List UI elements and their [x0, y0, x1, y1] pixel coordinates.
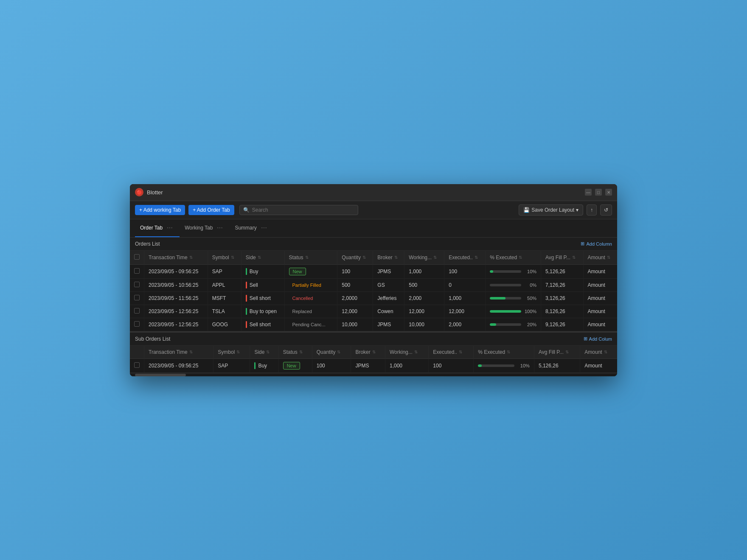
select-all-checkbox[interactable] [134, 254, 140, 260]
sub-col-header-broker[interactable]: Broker ⇅ [351, 346, 385, 359]
toolbar: + Add working Tab + Add Order Tab 🔍 💾 Sa… [130, 201, 617, 219]
tab-menu-order[interactable]: ⋯ [165, 224, 174, 232]
close-button[interactable]: ✕ [605, 189, 612, 196]
row-status: Replaced [284, 305, 337, 318]
col-header-symbol[interactable]: Symbol ⇅ [208, 251, 241, 265]
sub-sort-icon-qty: ⇅ [337, 350, 340, 354]
table-row[interactable]: 2023/09/05 - 12:56:25 TSLA Buy to open R… [130, 305, 617, 318]
row-quantity: 100 [337, 264, 373, 278]
sort-icon-broker: ⇅ [394, 255, 398, 260]
side-indicator-bar [246, 282, 247, 288]
table-row[interactable]: 2023/09/05 - 09:56:25 SAP Buy New 100 JP… [130, 358, 617, 372]
table-row[interactable]: 2023/09/05 - 10:56:25 APPL Sell Partiall… [130, 278, 617, 291]
progress-pct-label: 10% [524, 269, 536, 274]
scrollbar-area[interactable] [130, 373, 617, 376]
sub-col-header-transaction-time[interactable]: Transaction Time ⇅ [144, 346, 213, 359]
sub-col-header-side[interactable]: Side ⇅ [250, 346, 278, 359]
row-checkbox[interactable] [134, 308, 140, 314]
row-amount: Amount [583, 305, 617, 318]
row-status: Pending Canc... [284, 318, 337, 331]
sub-orders-list-title: Sub Orders List [135, 336, 170, 342]
col-header-side[interactable]: Side ⇅ [241, 251, 284, 265]
sort-icon-working: ⇅ [433, 255, 437, 260]
orders-list-section: Orders List ⊞ Add Column Transaction Tim… [130, 238, 617, 331]
progress-bar-fill [490, 310, 521, 313]
table-row[interactable]: 2023/09/05 - 12:56:25 GOOG Sell short Pe… [130, 318, 617, 331]
row-side: Sell short [241, 318, 284, 331]
row-executed: 1,000 [444, 291, 486, 305]
row-broker: JPMS [373, 318, 404, 331]
row-working: 1,000 [404, 264, 444, 278]
col-header-executed[interactable]: Executed.. ⇅ [444, 251, 486, 265]
row-status: New [284, 264, 337, 278]
sub-sort-icon-tt: ⇅ [189, 350, 193, 354]
row-checkbox[interactable] [134, 268, 140, 274]
table-row[interactable]: 2023/09/05 - 09:56:25 SAP Buy New 100 JP… [130, 264, 617, 278]
tab-menu-working[interactable]: ⋯ [215, 224, 225, 232]
sort-icon-tt: ⇅ [189, 255, 193, 260]
maximize-button[interactable]: □ [595, 189, 602, 196]
search-box[interactable]: 🔍 [239, 205, 358, 215]
sub-col-header-amount[interactable]: Amount ⇅ [580, 346, 617, 359]
col-header-pct-executed[interactable]: % Executed ⇅ [486, 251, 541, 265]
add-order-tab-button[interactable]: + Add Order Tab [188, 205, 234, 215]
add-working-tab-button[interactable]: + Add working Tab [135, 205, 185, 215]
progress-bar-fill [478, 364, 482, 367]
row-amount: Amount [580, 358, 617, 372]
row-pct-executed: 10% [486, 264, 541, 278]
row-executed: 100 [429, 358, 474, 372]
col-header-amount[interactable]: Amount ⇅ [583, 251, 617, 265]
table-row[interactable]: 2023/09/05 - 11:56:25 MSFT Sell short Ca… [130, 291, 617, 305]
sub-col-header-quantity[interactable]: Quantity ⇅ [312, 346, 351, 359]
progress-bar-bg [490, 284, 521, 286]
sub-col-header-symbol[interactable]: Symbol ⇅ [213, 346, 250, 359]
sub-orders-table-header-row: Transaction Time ⇅ Symbol ⇅ [130, 346, 617, 359]
add-column-button-sub[interactable]: ⊞ Add Colum [584, 336, 612, 342]
progress-bar-fill [490, 323, 496, 326]
minimize-button[interactable]: — [585, 189, 592, 196]
col-header-status[interactable]: Status ⇅ [284, 251, 337, 265]
progress-bar-bg [490, 297, 521, 300]
tab-working-tab[interactable]: Working Tab ⋯ [180, 219, 230, 237]
col-header-working[interactable]: Working... ⇅ [404, 251, 444, 265]
row-checkbox[interactable] [134, 321, 140, 327]
row-checkbox[interactable] [134, 295, 140, 300]
row-avg-fill: 7,126,26 [541, 278, 583, 291]
col-header-broker[interactable]: Broker ⇅ [373, 251, 404, 265]
save-order-layout-button[interactable]: 💾 Save Order Layout ▾ [519, 204, 583, 216]
row-status: Cancelled [284, 291, 337, 305]
row-working: 1,000 [385, 358, 428, 372]
row-checkbox[interactable] [134, 282, 140, 287]
row-avg-fill: 9,126,26 [541, 318, 583, 331]
col-header-quantity[interactable]: Quantity ⇅ [337, 251, 373, 265]
sub-col-header-working[interactable]: Working... ⇅ [385, 346, 428, 359]
progress-pct-label: 10% [517, 363, 530, 368]
row-amount: Amount [583, 264, 617, 278]
scrollbar-thumb[interactable] [135, 374, 186, 376]
col-header-transaction-time[interactable]: Transaction Time ⇅ [144, 251, 208, 265]
row-pct-executed: 100% [486, 305, 541, 318]
sub-col-header-avg-fill[interactable]: Avg Fill P... ⇅ [534, 346, 580, 359]
sub-col-header-executed[interactable]: Executed.. ⇅ [429, 346, 474, 359]
col-header-avg-fill[interactable]: Avg Fill P... ⇅ [541, 251, 583, 265]
status-badge: Cancelled [289, 295, 317, 302]
row-checkbox-cell [130, 358, 144, 372]
share-button[interactable]: ↑ [587, 204, 597, 216]
progress-bar-fill [490, 297, 505, 300]
sub-col-header-status[interactable]: Status ⇅ [278, 346, 312, 359]
add-column-button-orders[interactable]: ⊞ Add Column [581, 241, 612, 246]
progress-pct-label: 50% [524, 296, 536, 301]
sub-col-header-pct-executed[interactable]: % Executed ⇅ [474, 346, 534, 359]
tab-menu-summary[interactable]: ⋯ [259, 224, 269, 232]
row-transaction-time: 2023/09/05 - 12:56:25 [144, 318, 208, 331]
side-indicator-bar [246, 308, 247, 315]
search-input[interactable] [252, 207, 354, 213]
sub-sort-icon-exec: ⇅ [459, 350, 462, 354]
refresh-button[interactable]: ↺ [600, 204, 612, 216]
progress-bar-bg [490, 323, 521, 326]
tab-summary[interactable]: Summary ⋯ [230, 219, 273, 237]
row-checkbox[interactable] [134, 362, 140, 368]
tab-order-tab[interactable]: Order Tab ⋯ [135, 219, 180, 237]
status-badge: Pending Canc... [289, 321, 329, 328]
row-transaction-time: 2023/09/05 - 12:56:25 [144, 305, 208, 318]
